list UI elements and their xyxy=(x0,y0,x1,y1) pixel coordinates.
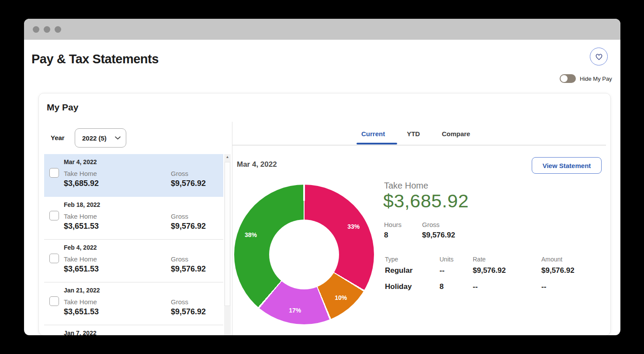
hide-my-pay-toggle[interactable] xyxy=(560,74,576,83)
type-cell: Holiday xyxy=(385,282,440,299)
rate-cell: $9,576.92 xyxy=(473,266,541,282)
gross-value: $9,576.92 xyxy=(171,179,206,188)
scrollbar-thumb[interactable] xyxy=(225,162,230,306)
my-pay-card: My Pay Year 2022 (5) Mar 4, 2022 Take Ho… xyxy=(38,93,611,335)
donut-segment-label: 33% xyxy=(347,223,360,230)
rate-cell: -- xyxy=(473,282,541,299)
take-home-label: Take Home xyxy=(64,213,97,220)
gross-label: Gross xyxy=(171,298,188,306)
take-home-label: Take Home xyxy=(64,170,97,177)
chevron-down-icon xyxy=(115,136,121,140)
window-titlebar xyxy=(24,19,620,40)
tab-current[interactable]: Current xyxy=(361,130,385,137)
gross-label: Gross xyxy=(171,213,188,220)
tab-ytd[interactable]: YTD xyxy=(407,130,420,137)
detail-date: Mar 4, 2022 xyxy=(237,160,277,169)
earnings-header-row: Type Units Rate Amount xyxy=(385,256,575,266)
statement-checkbox[interactable] xyxy=(49,254,59,263)
table-row: Regular -- $9,576.92 $9,576.92 xyxy=(385,266,575,282)
statement-date: Jan 21, 2022 xyxy=(64,287,100,294)
pay-tabs: Current YTD Compare xyxy=(361,130,470,137)
favorite-button[interactable] xyxy=(590,48,608,65)
gross-value: $9,576.92 xyxy=(422,231,455,240)
card-title: My Pay xyxy=(47,102,78,113)
units-cell: -- xyxy=(440,266,473,282)
take-home-value: $3,651.53 xyxy=(64,307,99,316)
take-home-value: $3,651.53 xyxy=(64,265,99,274)
donut-hole xyxy=(269,220,339,289)
statement-date: Feb 18, 2022 xyxy=(64,201,100,208)
statement-checkbox[interactable] xyxy=(49,296,59,306)
gross-value: $9,576.92 xyxy=(171,222,206,231)
statement-date: Feb 4, 2022 xyxy=(64,244,97,251)
take-home-amount: $3,685.92 xyxy=(383,190,469,212)
statement-list-item[interactable]: Feb 4, 2022 Take Home Gross $3,651.53 $9… xyxy=(44,240,223,282)
toggle-knob xyxy=(561,75,568,82)
tabs-separator xyxy=(232,145,606,145)
donut-segment-label: 17% xyxy=(289,307,301,314)
page-background: Pay & Tax Statements Hide My Pay My Pay … xyxy=(0,0,644,354)
year-dropdown-value: 2022 (5) xyxy=(82,134,107,142)
statement-checkbox[interactable] xyxy=(49,211,59,220)
hide-my-pay-label: Hide My Pay xyxy=(580,76,612,82)
donut-segment-label: 10% xyxy=(335,294,347,301)
hide-my-pay-control: Hide My Pay xyxy=(560,74,612,83)
heart-icon xyxy=(595,53,603,61)
gross-label: Gross xyxy=(422,221,455,228)
statement-list-item[interactable]: Jan 21, 2022 Take Home Gross $3,651.53 $… xyxy=(44,282,223,325)
window-control-dot[interactable] xyxy=(44,26,50,33)
gross-label: Gross xyxy=(171,255,188,263)
window-control-dot[interactable] xyxy=(33,26,39,33)
list-scrollbar[interactable]: ▲ xyxy=(224,154,231,335)
donut-segment-label: 38% xyxy=(245,231,257,238)
statement-date: Jan 7, 2022 xyxy=(64,330,97,335)
pay-breakdown-donut-chart: 33%10%17%38% xyxy=(234,185,374,324)
take-home-value: $3,685.92 xyxy=(64,179,99,188)
statement-date: Mar 4, 2022 xyxy=(64,158,97,165)
statement-checkbox[interactable] xyxy=(49,168,59,178)
view-statement-button[interactable]: View Statement xyxy=(532,157,602,174)
statement-list-item[interactable]: Jan 7, 2022 xyxy=(44,325,223,335)
table-row: Holiday 8 -- -- xyxy=(385,282,575,299)
units-cell: 8 xyxy=(440,282,473,299)
statement-list-item[interactable]: Feb 18, 2022 Take Home Gross $3,651.53 $… xyxy=(44,197,223,240)
hours-label: Hours xyxy=(384,221,422,228)
gross-value: $9,576.92 xyxy=(171,265,206,274)
amount-cell: $9,576.92 xyxy=(541,266,575,282)
tab-compare[interactable]: Compare xyxy=(442,130,470,137)
page-title: Pay & Tax Statements xyxy=(31,52,159,66)
take-home-value: $3,651.53 xyxy=(64,222,99,231)
hours-value: 8 xyxy=(384,231,422,240)
rate-header: Rate xyxy=(473,256,541,266)
type-header: Type xyxy=(385,256,440,266)
window-control-dot[interactable] xyxy=(55,26,61,33)
take-home-heading: Take Home xyxy=(384,181,428,191)
statement-list-item[interactable]: Mar 4, 2022 Take Home Gross $3,685.92 $9… xyxy=(44,154,223,197)
units-header: Units xyxy=(440,256,473,266)
take-home-label: Take Home xyxy=(64,255,97,263)
gross-label: Gross xyxy=(171,170,188,177)
take-home-label: Take Home xyxy=(64,298,97,306)
app-window: Pay & Tax Statements Hide My Pay My Pay … xyxy=(24,19,620,335)
amount-cell: -- xyxy=(541,282,575,299)
type-cell: Regular xyxy=(385,266,440,282)
amount-header: Amount xyxy=(541,256,575,266)
year-label: Year xyxy=(51,134,65,141)
active-tab-underline xyxy=(357,143,397,144)
gross-value: $9,576.92 xyxy=(171,307,206,316)
earnings-table: Type Units Rate Amount Regular -- $9,576… xyxy=(385,256,575,299)
panel-divider xyxy=(232,122,232,335)
year-dropdown[interactable]: 2022 (5) xyxy=(75,128,126,148)
scroll-up-icon[interactable]: ▲ xyxy=(224,155,231,159)
hours-gross-summary: Hours Gross 8 $9,576.92 xyxy=(384,221,455,240)
